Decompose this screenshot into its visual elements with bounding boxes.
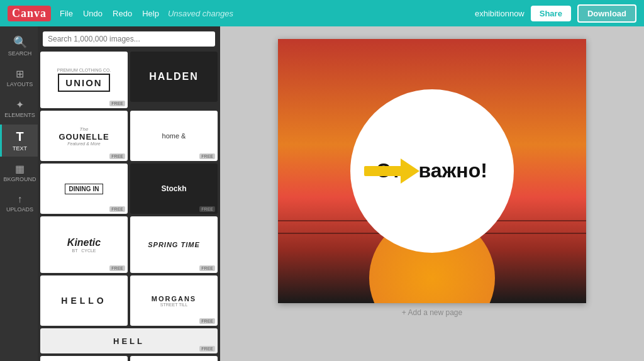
share-button[interactable]: Share [531,6,571,21]
sidebar-item-text[interactable]: T TEXT [0,125,38,157]
template-halden[interactable]: HALDEN [130,52,218,102]
template-stockh[interactable]: Stockh FREE [130,164,218,214]
canvas-area: Это важно! + Add a new page [220,26,644,361]
template-dining[interactable]: DINING IN FREE [40,164,128,214]
main-area: 🔍 SEARCH ⊞ LAYOUTS ✦ ELEMENTS T TEXT ▦ B… [0,26,644,361]
undo-menu[interactable]: Undo [83,9,103,18]
nav-right: exhibitionnow Share Download [475,4,636,23]
yellow-arrow [364,158,421,184]
template-hello[interactable]: HELLO [40,275,128,326]
free-badge: FREE [199,206,215,212]
sidebar-label-layouts: LAYOUTS [7,81,33,87]
canva-logo: Canva [8,6,51,21]
free-badge: FREE [199,318,215,324]
unsaved-indicator: Unsaved changes [168,9,233,18]
free-badge: FREE [109,101,125,106]
template-morgans[interactable]: MORGANS STREET TILL FREE [130,275,218,326]
template-frisco[interactable]: EST 1981 FRISCO PRODUCTS ———— FREE [40,356,128,361]
free-badge: FREE [199,153,215,159]
background-icon: ▦ [15,163,25,175]
help-menu[interactable]: Help [142,9,159,18]
add-page-button[interactable]: + Add a new page [402,308,462,317]
download-button[interactable]: Download [577,4,636,23]
sidebar-item-elements[interactable]: ✦ ELEMENTS [0,94,38,123]
content-panel: PREMIUM CLOTHING CO. UNION FREE HALDEN T… [38,26,220,361]
free-badge: FREE [109,153,125,159]
sidebar-item-uploads[interactable]: ↑ UPLOADS [0,189,38,218]
sidebar-item-layouts[interactable]: ⊞ LAYOUTS [0,63,38,92]
sidebar-label-background: BKGROUND [4,176,36,182]
arrow-head [401,158,419,184]
redo-menu[interactable]: Redo [113,9,132,18]
template-union[interactable]: PREMIUM CLOTHING CO. UNION FREE [40,52,128,108]
template-onpoint[interactable]: EST 1976 ON POINT FREE [130,356,218,361]
file-menu[interactable]: File [60,9,73,18]
template-grid: PREMIUM CLOTHING CO. UNION FREE HALDEN T… [38,52,220,361]
uploads-icon: ↑ [18,194,23,205]
sidebar-label-uploads: UPLOADS [6,206,33,213]
free-badge: FREE [109,206,125,212]
sidebar-label-search: SEARCH [8,50,32,57]
sidebar-label-elements: ELEMENTS [4,112,35,118]
username-label: exhibitionnow [475,9,525,18]
top-navigation: Canva File Undo Redo Help Unsaved change… [0,0,644,26]
template-gounelle[interactable]: The GOUNELLE Featured & More FREE [40,111,128,161]
free-badge: FREE [199,346,215,352]
elements-icon: ✦ [16,99,24,111]
search-bar [38,26,220,52]
template-hell[interactable]: HELL FREE [40,328,218,353]
free-badge: FREE [199,265,215,271]
nav-menu: File Undo Redo Help [60,9,159,18]
canvas[interactable]: Это важно! [278,39,586,303]
text-icon: T [16,130,23,144]
template-spring[interactable]: SPRING TIME FREE [130,216,218,273]
layouts-icon: ⊞ [16,68,24,80]
sidebar-item-search[interactable]: 🔍 SEARCH [0,30,38,62]
template-kinetic[interactable]: Kinetic BT CYCLE FREE [40,216,128,273]
free-badge: FREE [109,265,125,271]
template-home[interactable]: home & FREE [130,111,218,161]
sidebar-label-text: TEXT [13,145,27,152]
sidebar-icons: 🔍 SEARCH ⊞ LAYOUTS ✦ ELEMENTS T TEXT ▦ B… [0,26,38,361]
search-input[interactable] [43,31,215,47]
arrow-body [364,166,405,176]
search-icon: 🔍 [13,35,27,49]
sidebar-item-background[interactable]: ▦ BKGROUND [0,158,38,187]
